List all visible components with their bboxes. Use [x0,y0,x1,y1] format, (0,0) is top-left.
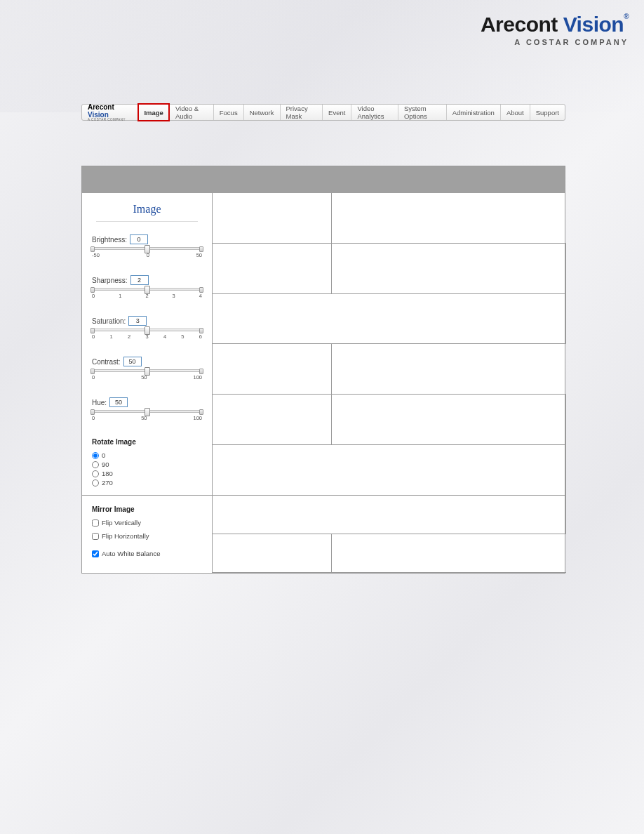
hue-label: Hue: [92,399,107,406]
tick: 4 [163,333,166,340]
flip-horizontal-label: Flip Horizontally [102,532,149,540]
tab-image-label: Image [144,109,163,117]
tick: 4 [199,293,202,299]
panel-header [82,166,565,193]
rotate-0-row[interactable]: 0 [92,451,202,459]
auto-white-balance-label: Auto White Balance [102,550,160,557]
contrast-input[interactable] [123,357,142,366]
tab-video-analytics[interactable]: Video Analytics [351,105,398,120]
flip-horizontal-checkbox[interactable] [92,533,99,540]
flip-vertical-row[interactable]: Flip Vertically [92,519,202,527]
auto-white-balance-row[interactable]: Auto White Balance [92,550,202,557]
tick: 50 [196,252,202,258]
sharpness-slider[interactable] [92,288,202,291]
table-cell [213,344,332,395]
table-cell [332,344,566,395]
tab-privacy-mask[interactable]: Privacy Mask [281,105,323,120]
nav-logo-tagline: A COSTAR COMPANY [88,118,133,121]
sharpness-input[interactable] [130,275,149,285]
mirror-title: Mirror Image [92,505,202,513]
tick: 6 [199,333,202,340]
brightness-input[interactable] [130,234,148,244]
flip-vertical-checkbox[interactable] [92,519,99,527]
tab-about[interactable]: About [501,105,530,120]
tick: 100 [193,415,202,421]
brand-name-1: Arecont [481,13,563,36]
brightness-block: Brightness: -50 0 50 [92,234,202,258]
table-cell [332,534,566,573]
table-cell [332,244,566,294]
table-cell [213,193,332,244]
contrast-label: Contrast: [92,358,121,366]
rotate-90-radio[interactable] [92,461,99,468]
rotate-90-row[interactable]: 90 [92,461,202,468]
tick: 0 [92,415,95,421]
tab-system-options[interactable]: System Options [398,105,447,120]
mirror-block: Mirror Image Flip Vertically Flip Horizo… [82,496,213,573]
tick: 3 [173,293,175,299]
hue-input[interactable] [109,397,128,407]
hue-slider[interactable] [92,410,202,413]
tab-focus[interactable]: Focus [214,105,244,120]
tick: 5 [181,333,184,340]
image-settings-column: Image Brightness: -50 0 50 [82,193,213,496]
table-cell [332,193,566,244]
nav-logo: Arecont Vision A COSTAR COMPANY [82,105,138,120]
rotate-270-label: 270 [102,479,113,486]
flip-horizontal-row[interactable]: Flip Horizontally [92,532,202,540]
tick: 0 [92,374,95,380]
tab-event[interactable]: Event [323,105,351,120]
brightness-slider[interactable] [92,247,202,250]
rotate-title: Rotate Image [92,438,202,446]
table-cell [213,534,332,573]
saturation-label: Saturation: [92,317,126,325]
table-cell [213,395,332,445]
hue-block: Hue: 0 50 100 [92,397,202,421]
rotate-270-radio[interactable] [92,479,99,486]
sharpness-label: Sharpness: [92,277,128,284]
saturation-block: Saturation: 0 1 2 3 4 5 6 [92,316,202,340]
tab-image[interactable]: Image [138,105,169,120]
nav-items: Image Video & Audio Focus Network Privac… [138,105,565,120]
table-cell [213,445,332,496]
content-panel: Image Brightness: -50 0 50 [81,166,565,574]
rotate-180-radio[interactable] [92,470,99,477]
tab-video-audio[interactable]: Video & Audio [170,105,214,120]
sharpness-block: Sharpness: 0 1 2 3 4 [92,275,202,299]
rotate-270-row[interactable]: 270 [92,479,202,486]
table-cell [213,294,332,345]
tick: 1 [109,333,112,340]
tab-administration[interactable]: Administration [447,105,501,120]
brightness-label: Brightness: [92,236,127,244]
tick: 2 [128,333,130,340]
rotate-0-radio[interactable] [92,452,99,459]
table-cell [332,395,566,445]
nav-logo-text-1: Arecont [88,103,114,111]
brand-header: Arecont Vision® A COSTAR COMPANY [481,13,629,46]
rotate-0-label: 0 [102,451,105,459]
rotate-block: Rotate Image 0 90 180 270 [92,438,202,486]
flip-vertical-label: Flip Vertically [102,519,141,527]
contrast-block: Contrast: 0 50 100 [92,357,202,380]
rotate-90-label: 90 [102,461,109,468]
rotate-180-row[interactable]: 180 [92,470,202,477]
tab-network[interactable]: Network [244,105,281,120]
tick: 0 [92,333,95,340]
auto-white-balance-checkbox[interactable] [92,550,99,557]
tick: 1 [119,293,121,299]
tick: 0 [92,293,95,299]
navbar: Arecont Vision A COSTAR COMPANY Image Vi… [81,104,565,121]
brand-name-2: Vision [563,13,624,36]
tick: 100 [193,374,202,380]
saturation-input[interactable] [128,316,147,326]
saturation-slider[interactable] [92,329,202,331]
tick: -50 [92,252,100,258]
table-cell [213,496,332,534]
tab-support[interactable]: Support [530,105,565,120]
table-cell [332,294,566,345]
table-cell [332,496,566,534]
table-cell [213,244,332,294]
contrast-slider[interactable] [92,369,202,372]
panel-body: Image Brightness: -50 0 50 [82,193,565,573]
table-cell [332,445,566,496]
